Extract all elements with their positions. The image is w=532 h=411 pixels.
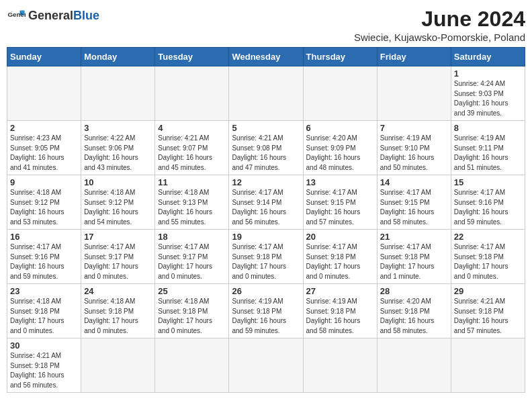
day-number: 26	[232, 286, 300, 296]
day-number: 6	[306, 123, 374, 133]
calendar-cell: 24Sunrise: 4:18 AM Sunset: 9:18 PM Dayli…	[81, 284, 155, 338]
day-number: 3	[84, 123, 152, 133]
calendar-cell: 7Sunrise: 4:19 AM Sunset: 9:10 PM Daylig…	[377, 121, 451, 175]
day-info: Sunrise: 4:17 AM Sunset: 9:14 PM Dayligh…	[232, 188, 300, 227]
calendar-cell: 19Sunrise: 4:17 AM Sunset: 9:18 PM Dayli…	[229, 230, 303, 284]
calendar-cell	[229, 338, 303, 393]
day-info: Sunrise: 4:18 AM Sunset: 9:13 PM Dayligh…	[158, 188, 226, 227]
calendar-cell	[229, 66, 303, 121]
calendar-cell: 28Sunrise: 4:20 AM Sunset: 9:18 PM Dayli…	[377, 284, 451, 338]
day-info: Sunrise: 4:18 AM Sunset: 9:18 PM Dayligh…	[158, 297, 226, 336]
day-info: Sunrise: 4:17 AM Sunset: 9:18 PM Dayligh…	[306, 242, 374, 281]
day-info: Sunrise: 4:18 AM Sunset: 9:18 PM Dayligh…	[84, 297, 152, 336]
calendar-cell: 14Sunrise: 4:17 AM Sunset: 9:15 PM Dayli…	[377, 175, 451, 230]
day-info: Sunrise: 4:23 AM Sunset: 9:05 PM Dayligh…	[10, 134, 78, 173]
day-number: 13	[306, 177, 374, 187]
generalblue-logo-icon: General	[7, 7, 26, 26]
day-info: Sunrise: 4:19 AM Sunset: 9:10 PM Dayligh…	[380, 134, 448, 173]
day-number: 15	[454, 177, 522, 187]
day-info: Sunrise: 4:17 AM Sunset: 9:18 PM Dayligh…	[380, 242, 448, 281]
day-number: 19	[232, 232, 300, 242]
day-number: 16	[10, 232, 78, 242]
day-info: Sunrise: 4:17 AM Sunset: 9:18 PM Dayligh…	[232, 242, 300, 281]
day-info: Sunrise: 4:21 AM Sunset: 9:18 PM Dayligh…	[454, 297, 522, 336]
day-info: Sunrise: 4:18 AM Sunset: 9:12 PM Dayligh…	[84, 188, 152, 227]
day-info: Sunrise: 4:17 AM Sunset: 9:18 PM Dayligh…	[454, 242, 522, 281]
calendar-header-row: SundayMondayTuesdayWednesdayThursdayFrid…	[7, 48, 525, 66]
day-info: Sunrise: 4:18 AM Sunset: 9:18 PM Dayligh…	[10, 297, 78, 336]
day-of-week-header: Saturday	[451, 48, 525, 66]
calendar-cell	[81, 66, 155, 121]
day-number: 4	[158, 123, 226, 133]
day-number: 5	[232, 123, 300, 133]
day-number: 17	[84, 232, 152, 242]
day-info: Sunrise: 4:17 AM Sunset: 9:17 PM Dayligh…	[158, 242, 226, 281]
day-number: 14	[380, 177, 448, 187]
calendar-cell: 13Sunrise: 4:17 AM Sunset: 9:15 PM Dayli…	[303, 175, 377, 230]
day-info: Sunrise: 4:17 AM Sunset: 9:15 PM Dayligh…	[306, 188, 374, 227]
calendar-cell: 16Sunrise: 4:17 AM Sunset: 9:16 PM Dayli…	[7, 230, 81, 284]
location-subtitle: Swiecie, Kujawsko-Pomorskie, Poland	[354, 32, 525, 43]
calendar-cell: 23Sunrise: 4:18 AM Sunset: 9:18 PM Dayli…	[7, 284, 81, 338]
day-info: Sunrise: 4:20 AM Sunset: 9:18 PM Dayligh…	[380, 297, 448, 336]
day-number: 22	[454, 232, 522, 242]
day-info: Sunrise: 4:19 AM Sunset: 9:18 PM Dayligh…	[232, 297, 300, 336]
calendar-cell	[377, 66, 451, 121]
calendar-cell	[155, 66, 229, 121]
logo-text: GeneralBlue	[28, 9, 99, 23]
calendar-cell: 17Sunrise: 4:17 AM Sunset: 9:17 PM Dayli…	[81, 230, 155, 284]
day-number: 11	[158, 177, 226, 187]
day-of-week-header: Tuesday	[155, 48, 229, 66]
day-info: Sunrise: 4:22 AM Sunset: 9:06 PM Dayligh…	[84, 134, 152, 173]
day-number: 20	[306, 232, 374, 242]
day-info: Sunrise: 4:19 AM Sunset: 9:18 PM Dayligh…	[306, 297, 374, 336]
day-number: 7	[380, 123, 448, 133]
calendar-cell: 18Sunrise: 4:17 AM Sunset: 9:17 PM Dayli…	[155, 230, 229, 284]
calendar-cell	[155, 338, 229, 393]
calendar-cell: 2Sunrise: 4:23 AM Sunset: 9:05 PM Daylig…	[7, 121, 81, 175]
calendar-cell: 9Sunrise: 4:18 AM Sunset: 9:12 PM Daylig…	[7, 175, 81, 230]
title-block: June 2024 Swiecie, Kujawsko-Pomorskie, P…	[354, 7, 525, 43]
day-number: 29	[454, 286, 522, 296]
day-number: 10	[84, 177, 152, 187]
calendar-cell: 5Sunrise: 4:21 AM Sunset: 9:08 PM Daylig…	[229, 121, 303, 175]
calendar-cell	[303, 338, 377, 393]
day-info: Sunrise: 4:17 AM Sunset: 9:16 PM Dayligh…	[454, 188, 522, 227]
day-info: Sunrise: 4:17 AM Sunset: 9:17 PM Dayligh…	[84, 242, 152, 281]
header: General GeneralBlue June 2024 Swiecie, K…	[7, 7, 525, 43]
calendar-cell: 27Sunrise: 4:19 AM Sunset: 9:18 PM Dayli…	[303, 284, 377, 338]
calendar-cell	[7, 66, 81, 121]
calendar-cell: 3Sunrise: 4:22 AM Sunset: 9:06 PM Daylig…	[81, 121, 155, 175]
day-number: 30	[10, 340, 78, 351]
day-number: 23	[10, 286, 78, 296]
day-number: 2	[10, 123, 78, 133]
day-info: Sunrise: 4:17 AM Sunset: 9:15 PM Dayligh…	[380, 188, 448, 227]
calendar-cell	[377, 338, 451, 393]
calendar-cell: 1Sunrise: 4:24 AM Sunset: 9:03 PM Daylig…	[451, 66, 525, 121]
day-of-week-header: Wednesday	[229, 48, 303, 66]
calendar-cell: 10Sunrise: 4:18 AM Sunset: 9:12 PM Dayli…	[81, 175, 155, 230]
calendar-cell: 4Sunrise: 4:21 AM Sunset: 9:07 PM Daylig…	[155, 121, 229, 175]
day-of-week-header: Sunday	[7, 48, 81, 66]
calendar-cell: 30Sunrise: 4:21 AM Sunset: 9:18 PM Dayli…	[7, 338, 81, 393]
calendar-cell: 12Sunrise: 4:17 AM Sunset: 9:14 PM Dayli…	[229, 175, 303, 230]
day-number: 27	[306, 286, 374, 296]
calendar-cell: 26Sunrise: 4:19 AM Sunset: 9:18 PM Dayli…	[229, 284, 303, 338]
calendar-cell: 29Sunrise: 4:21 AM Sunset: 9:18 PM Dayli…	[451, 284, 525, 338]
day-info: Sunrise: 4:21 AM Sunset: 9:18 PM Dayligh…	[10, 351, 78, 390]
day-number: 28	[380, 286, 448, 296]
day-info: Sunrise: 4:24 AM Sunset: 9:03 PM Dayligh…	[454, 79, 522, 118]
calendar-cell: 6Sunrise: 4:20 AM Sunset: 9:09 PM Daylig…	[303, 121, 377, 175]
logo: General GeneralBlue	[7, 7, 99, 26]
calendar-cell	[303, 66, 377, 121]
day-number: 21	[380, 232, 448, 242]
day-info: Sunrise: 4:20 AM Sunset: 9:09 PM Dayligh…	[306, 134, 374, 173]
day-number: 24	[84, 286, 152, 296]
day-info: Sunrise: 4:21 AM Sunset: 9:08 PM Dayligh…	[232, 134, 300, 173]
day-info: Sunrise: 4:18 AM Sunset: 9:12 PM Dayligh…	[10, 188, 78, 227]
calendar-cell: 20Sunrise: 4:17 AM Sunset: 9:18 PM Dayli…	[303, 230, 377, 284]
day-number: 9	[10, 177, 78, 187]
calendar-cell: 15Sunrise: 4:17 AM Sunset: 9:16 PM Dayli…	[451, 175, 525, 230]
calendar-cell: 21Sunrise: 4:17 AM Sunset: 9:18 PM Dayli…	[377, 230, 451, 284]
calendar-cell	[451, 338, 525, 393]
